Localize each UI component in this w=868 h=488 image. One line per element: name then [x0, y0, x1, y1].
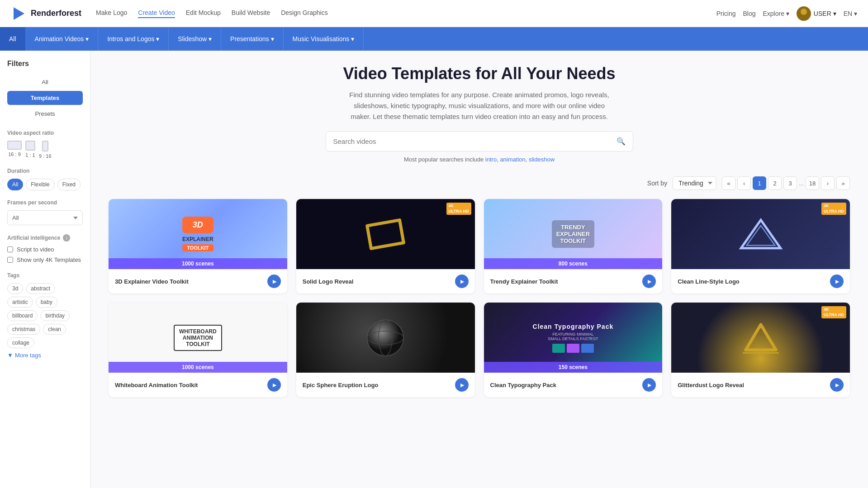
- ratio-1-1[interactable]: 1 : 1: [25, 141, 35, 159]
- more-tags-button[interactable]: ▼ More tags: [7, 352, 83, 359]
- search-button[interactable]: 🔍: [609, 132, 633, 151]
- page-next[interactable]: ›: [821, 176, 835, 190]
- nav-design-graphics[interactable]: Design Graphics: [281, 9, 328, 18]
- play-button-c7[interactable]: ▶: [642, 378, 656, 392]
- filter-all[interactable]: All: [7, 75, 83, 89]
- svg-point-2: [798, 15, 809, 21]
- tag-christmas[interactable]: christmas: [7, 324, 40, 335]
- video-card-solid-logo: 4KULTRA HD Solid Logo Reveal ▶: [296, 199, 475, 294]
- nav-create-video[interactable]: Create Video: [138, 9, 175, 18]
- tag-artistic[interactable]: artistic: [7, 297, 33, 308]
- popular-searches: Most popular searches include intro, ani…: [109, 156, 850, 163]
- search-input[interactable]: [326, 132, 609, 151]
- play-button-c1[interactable]: ▶: [267, 275, 281, 288]
- video-card-whiteboard: WHITEBOARDANIMATIONTOOLKIT 1000 scenes W…: [109, 303, 287, 397]
- page-1[interactable]: 1: [753, 176, 766, 190]
- popular-intro[interactable]: intro: [485, 156, 497, 163]
- tag-3d[interactable]: 3d: [7, 283, 23, 294]
- show-4k-option[interactable]: Show only 4K Templates: [7, 256, 83, 263]
- duration-flexible[interactable]: Flexible: [26, 179, 54, 190]
- fps-label: Frames per second: [7, 199, 83, 206]
- logo-shape-c2: [365, 218, 406, 250]
- card-thumb-solid-logo[interactable]: 4KULTRA HD: [296, 199, 475, 269]
- script-to-video-option[interactable]: Script to video: [7, 246, 83, 253]
- page-last[interactable]: »: [836, 176, 850, 190]
- catbar-slideshow[interactable]: Slideshow ▾: [169, 27, 221, 51]
- page-2[interactable]: 2: [768, 176, 782, 190]
- card-info-c2: Solid Logo Reveal ▶: [296, 269, 475, 294]
- card-thumb-3d-explainer[interactable]: 3D EXPLAINER TOOLKIT 1000 scenes: [109, 199, 287, 269]
- popular-slideshow[interactable]: slideshow: [529, 156, 555, 163]
- catbar-music-visualisations[interactable]: Music Visualisations ▾: [284, 27, 364, 51]
- tag-collage[interactable]: collage: [7, 337, 34, 348]
- glitter-shape: [736, 320, 786, 356]
- tag-birthday[interactable]: birthday: [40, 310, 70, 321]
- filter-templates[interactable]: Templates: [7, 91, 83, 105]
- play-button-c5[interactable]: ▶: [267, 378, 281, 392]
- ratio-9-16[interactable]: 9 : 16: [39, 141, 52, 159]
- play-icon-c8: ▶: [835, 382, 839, 388]
- card-thumb-glitter[interactable]: 4KULTRA HD: [671, 303, 850, 373]
- card-thumb-whiteboard[interactable]: WHITEBOARDANIMATIONTOOLKIT 1000 scenes: [109, 303, 287, 373]
- card-thumb-trendy[interactable]: TRENDYEXPLAINERTOOLKIT 800 scenes: [484, 199, 663, 269]
- language-selector[interactable]: EN ▾: [844, 10, 857, 17]
- nav-make-logo[interactable]: Make Logo: [96, 9, 127, 18]
- card-title-c8: Glitterdust Logo Reveal: [678, 382, 830, 389]
- page-dots: ...: [799, 180, 804, 187]
- popular-animation[interactable]: animation: [500, 156, 525, 163]
- nav-edit-mockup[interactable]: Edit Mockup: [186, 9, 221, 18]
- tag-billboard[interactable]: billboard: [7, 310, 38, 321]
- card-title-c4: Clean Line-Style Logo: [678, 278, 830, 285]
- card-info-c6: Epic Sphere Eruption Logo ▶: [296, 373, 475, 397]
- play-button-c6[interactable]: ▶: [455, 378, 469, 392]
- catbar-presentations[interactable]: Presentations ▾: [221, 27, 284, 51]
- nav-links: Make Logo Create Video Edit Mockup Build…: [96, 9, 716, 18]
- top-navigation: Renderforest Make Logo Create Video Edit…: [0, 0, 868, 27]
- play-button-c2[interactable]: ▶: [455, 275, 469, 288]
- script-to-video-checkbox[interactable]: [7, 246, 13, 252]
- user-menu[interactable]: USER ▾: [797, 6, 836, 21]
- show-4k-checkbox[interactable]: [7, 257, 13, 263]
- catbar-all[interactable]: All: [0, 27, 26, 51]
- page-18[interactable]: 18: [806, 176, 819, 190]
- nav-pricing[interactable]: Pricing: [716, 10, 736, 17]
- search-bar: 🔍: [326, 131, 633, 152]
- card-thumb-clean-line[interactable]: 4KULTRA HD: [671, 199, 850, 269]
- play-icon-c7: ▶: [648, 382, 651, 388]
- user-name-label[interactable]: USER ▾: [814, 10, 836, 17]
- card-title-c6: Epic Sphere Eruption Logo: [303, 382, 455, 389]
- catbar-animation-videos[interactable]: Animation Videos ▾: [26, 27, 99, 51]
- duration-all[interactable]: All: [7, 179, 23, 190]
- card-title-c1: 3D Explainer Video Toolkit: [115, 278, 267, 285]
- logo-link[interactable]: Renderforest: [11, 5, 81, 22]
- nav-explore[interactable]: Explore ▾: [763, 10, 789, 17]
- sort-select[interactable]: Trending Newest Popular: [673, 176, 716, 190]
- play-button-c4[interactable]: ▶: [830, 275, 844, 288]
- ai-info-icon[interactable]: i: [63, 234, 70, 242]
- page-3[interactable]: 3: [783, 176, 797, 190]
- ratio-1-1-box: [25, 141, 35, 151]
- play-button-c3[interactable]: ▶: [642, 275, 656, 288]
- thumb-content-3d: 3D EXPLAINER TOOLKIT: [178, 212, 218, 256]
- scene-badge-c3: 800 scenes: [484, 258, 663, 269]
- fps-select[interactable]: All 24 30 60: [7, 210, 83, 225]
- ratio-9-16-box: [42, 141, 48, 152]
- nav-build-website[interactable]: Build Website: [232, 9, 270, 18]
- aspect-ratio-label: Video aspect ratio: [7, 130, 83, 136]
- filter-presets[interactable]: Presets: [7, 107, 83, 121]
- card-info-c3: Trendy Explainer Toolkit ▶: [484, 269, 663, 294]
- ratio-16-9[interactable]: 16 : 9: [7, 141, 22, 159]
- card-thumb-typography[interactable]: Clean Typography Pack FEATURING MINIMALS…: [484, 303, 663, 373]
- page-prev[interactable]: ‹: [737, 176, 751, 190]
- play-button-c8[interactable]: ▶: [830, 378, 844, 392]
- tags-label: Tags: [7, 272, 83, 279]
- duration-fixed[interactable]: Fixed: [57, 179, 81, 190]
- catbar-intros-logos[interactable]: Intros and Logos ▾: [98, 27, 169, 51]
- card-thumb-sphere[interactable]: [296, 303, 475, 373]
- 4k-badge-c8: 4KULTRA HD: [821, 306, 846, 318]
- tag-abstract[interactable]: abstract: [26, 283, 55, 294]
- page-first[interactable]: «: [722, 176, 735, 190]
- tag-baby[interactable]: baby: [36, 297, 57, 308]
- nav-blog[interactable]: Blog: [743, 10, 755, 17]
- tag-clean[interactable]: clean: [43, 324, 66, 335]
